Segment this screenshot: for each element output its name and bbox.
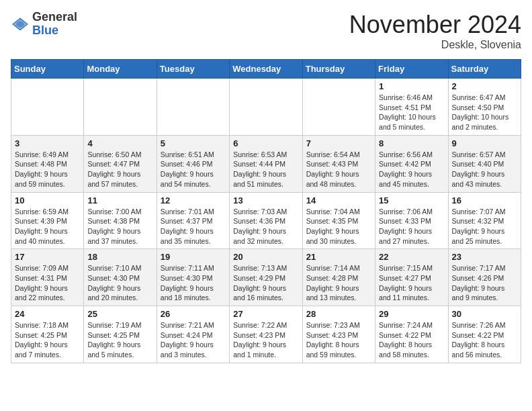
calendar-cell (11, 79, 84, 136)
calendar-cell: 20Sunrise: 7:13 AM Sunset: 4:29 PM Dayli… (230, 249, 302, 306)
day-info: Sunrise: 7:00 AM Sunset: 4:38 PM Dayligh… (87, 207, 152, 246)
calendar-cell: 4Sunrise: 6:50 AM Sunset: 4:47 PM Daylig… (84, 135, 157, 192)
col-wednesday: Wednesday (230, 60, 302, 79)
day-info: Sunrise: 7:17 AM Sunset: 4:26 PM Dayligh… (452, 263, 517, 303)
day-number: 26 (161, 309, 226, 319)
calendar-cell (230, 79, 302, 136)
day-info: Sunrise: 7:18 AM Sunset: 4:25 PM Dayligh… (15, 320, 80, 360)
day-number: 5 (161, 138, 226, 148)
day-info: Sunrise: 7:19 AM Sunset: 4:25 PM Dayligh… (87, 320, 152, 360)
month-title: November 2024 (349, 11, 521, 39)
calendar-week-1: 1Sunrise: 6:46 AM Sunset: 4:51 PM Daylig… (11, 79, 521, 136)
day-info: Sunrise: 7:26 AM Sunset: 4:22 PM Dayligh… (452, 320, 517, 360)
calendar-body: 1Sunrise: 6:46 AM Sunset: 4:51 PM Daylig… (11, 79, 521, 363)
calendar-cell: 12Sunrise: 7:01 AM Sunset: 4:37 PM Dayli… (157, 192, 229, 249)
logo: General Blue (11, 11, 77, 38)
calendar-cell: 11Sunrise: 7:00 AM Sunset: 4:38 PM Dayli… (84, 192, 157, 249)
col-friday: Friday (375, 60, 448, 79)
calendar-cell: 22Sunrise: 7:15 AM Sunset: 4:27 PM Dayli… (375, 249, 448, 306)
calendar-cell: 28Sunrise: 7:23 AM Sunset: 4:23 PM Dayli… (302, 306, 375, 363)
calendar-cell (157, 79, 229, 136)
day-number: 10 (15, 195, 80, 205)
logo-icon (11, 15, 30, 34)
calendar-cell: 10Sunrise: 6:59 AM Sunset: 4:39 PM Dayli… (11, 192, 84, 249)
day-number: 20 (233, 252, 298, 262)
logo-general: General (32, 10, 77, 24)
calendar-cell: 30Sunrise: 7:26 AM Sunset: 4:22 PM Dayli… (448, 306, 521, 363)
day-info: Sunrise: 6:49 AM Sunset: 4:48 PM Dayligh… (15, 150, 80, 189)
col-monday: Monday (84, 60, 157, 79)
day-info: Sunrise: 7:23 AM Sunset: 4:23 PM Dayligh… (306, 320, 371, 360)
calendar-cell: 29Sunrise: 7:24 AM Sunset: 4:22 PM Dayli… (375, 306, 448, 363)
location: Deskle, Slovenia (349, 39, 521, 51)
day-number: 9 (452, 138, 517, 148)
day-number: 4 (87, 138, 152, 148)
day-info: Sunrise: 7:07 AM Sunset: 4:32 PM Dayligh… (452, 207, 517, 246)
day-info: Sunrise: 7:10 AM Sunset: 4:30 PM Dayligh… (87, 263, 152, 303)
day-info: Sunrise: 7:14 AM Sunset: 4:28 PM Dayligh… (306, 263, 371, 303)
calendar-table: Sunday Monday Tuesday Wednesday Thursday… (11, 59, 521, 363)
calendar-cell: 9Sunrise: 6:57 AM Sunset: 4:40 PM Daylig… (448, 135, 521, 192)
calendar-cell: 19Sunrise: 7:11 AM Sunset: 4:30 PM Dayli… (157, 249, 229, 306)
day-info: Sunrise: 7:11 AM Sunset: 4:30 PM Dayligh… (161, 263, 226, 303)
day-info: Sunrise: 6:50 AM Sunset: 4:47 PM Dayligh… (87, 150, 152, 189)
day-number: 25 (87, 309, 152, 319)
day-number: 11 (87, 195, 152, 205)
calendar-cell: 1Sunrise: 6:46 AM Sunset: 4:51 PM Daylig… (375, 79, 448, 136)
calendar-cell: 26Sunrise: 7:21 AM Sunset: 4:24 PM Dayli… (157, 306, 229, 363)
calendar-cell: 21Sunrise: 7:14 AM Sunset: 4:28 PM Dayli… (302, 249, 375, 306)
calendar-week-4: 17Sunrise: 7:09 AM Sunset: 4:31 PM Dayli… (11, 249, 521, 306)
page-header: General Blue November 2024 Deskle, Slove… (11, 11, 521, 51)
calendar-cell: 23Sunrise: 7:17 AM Sunset: 4:26 PM Dayli… (448, 249, 521, 306)
calendar-cell: 18Sunrise: 7:10 AM Sunset: 4:30 PM Dayli… (84, 249, 157, 306)
calendar-week-5: 24Sunrise: 7:18 AM Sunset: 4:25 PM Dayli… (11, 306, 521, 363)
col-sunday: Sunday (11, 60, 84, 79)
calendar-cell: 17Sunrise: 7:09 AM Sunset: 4:31 PM Dayli… (11, 249, 84, 306)
day-number: 30 (452, 309, 517, 319)
day-number: 12 (161, 195, 226, 205)
day-info: Sunrise: 7:03 AM Sunset: 4:36 PM Dayligh… (233, 207, 298, 246)
day-info: Sunrise: 7:06 AM Sunset: 4:33 PM Dayligh… (379, 207, 444, 246)
calendar-week-2: 3Sunrise: 6:49 AM Sunset: 4:48 PM Daylig… (11, 135, 521, 192)
day-number: 7 (306, 138, 371, 148)
calendar-cell: 13Sunrise: 7:03 AM Sunset: 4:36 PM Dayli… (230, 192, 302, 249)
day-number: 22 (379, 252, 444, 262)
col-saturday: Saturday (448, 60, 521, 79)
day-number: 15 (379, 195, 444, 205)
day-number: 19 (161, 252, 226, 262)
day-info: Sunrise: 7:15 AM Sunset: 4:27 PM Dayligh… (379, 263, 444, 303)
calendar-cell: 14Sunrise: 7:04 AM Sunset: 4:35 PM Dayli… (302, 192, 375, 249)
calendar-cell: 27Sunrise: 7:22 AM Sunset: 4:23 PM Dayli… (230, 306, 302, 363)
day-number: 6 (233, 138, 298, 148)
calendar-week-3: 10Sunrise: 6:59 AM Sunset: 4:39 PM Dayli… (11, 192, 521, 249)
day-number: 3 (15, 138, 80, 148)
day-number: 21 (306, 252, 371, 262)
day-info: Sunrise: 7:13 AM Sunset: 4:29 PM Dayligh… (233, 263, 298, 303)
day-info: Sunrise: 6:57 AM Sunset: 4:40 PM Dayligh… (452, 150, 517, 189)
calendar-cell: 5Sunrise: 6:51 AM Sunset: 4:46 PM Daylig… (157, 135, 229, 192)
day-info: Sunrise: 6:51 AM Sunset: 4:46 PM Dayligh… (161, 150, 226, 189)
col-tuesday: Tuesday (157, 60, 229, 79)
calendar-cell: 2Sunrise: 6:47 AM Sunset: 4:50 PM Daylig… (448, 79, 521, 136)
day-info: Sunrise: 6:53 AM Sunset: 4:44 PM Dayligh… (233, 150, 298, 189)
calendar-cell: 25Sunrise: 7:19 AM Sunset: 4:25 PM Dayli… (84, 306, 157, 363)
calendar-cell: 15Sunrise: 7:06 AM Sunset: 4:33 PM Dayli… (375, 192, 448, 249)
day-number: 14 (306, 195, 371, 205)
calendar-cell: 7Sunrise: 6:54 AM Sunset: 4:43 PM Daylig… (302, 135, 375, 192)
calendar-cell (302, 79, 375, 136)
day-info: Sunrise: 7:21 AM Sunset: 4:24 PM Dayligh… (161, 320, 226, 360)
day-number: 27 (233, 309, 298, 319)
day-info: Sunrise: 6:54 AM Sunset: 4:43 PM Dayligh… (306, 150, 371, 189)
day-info: Sunrise: 7:09 AM Sunset: 4:31 PM Dayligh… (15, 263, 80, 303)
day-info: Sunrise: 6:46 AM Sunset: 4:51 PM Dayligh… (379, 93, 444, 132)
calendar-cell (84, 79, 157, 136)
day-info: Sunrise: 7:04 AM Sunset: 4:35 PM Dayligh… (306, 207, 371, 246)
day-number: 1 (379, 81, 444, 91)
day-info: Sunrise: 7:22 AM Sunset: 4:23 PM Dayligh… (233, 320, 298, 360)
col-thursday: Thursday (302, 60, 375, 79)
day-number: 24 (15, 309, 80, 319)
day-number: 16 (452, 195, 517, 205)
day-number: 17 (15, 252, 80, 262)
day-info: Sunrise: 6:47 AM Sunset: 4:50 PM Dayligh… (452, 93, 517, 132)
day-number: 23 (452, 252, 517, 262)
